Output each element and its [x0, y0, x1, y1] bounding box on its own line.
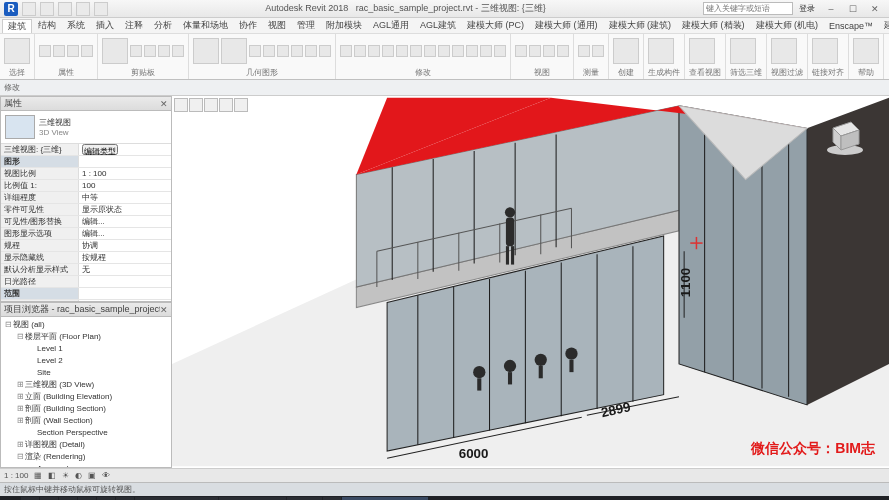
- tree-node[interactable]: Level 1: [3, 343, 169, 355]
- ribbon-tool[interactable]: [515, 45, 527, 57]
- ribbon-tool[interactable]: [853, 38, 879, 64]
- property-row[interactable]: 可见性/图形替换编辑...: [1, 216, 171, 228]
- ribbon-tool[interactable]: [543, 45, 555, 57]
- ribbon-tool[interactable]: [494, 45, 506, 57]
- property-row[interactable]: 裁剪视图: [1, 300, 171, 301]
- tree-node[interactable]: ⊞剖面 (Building Section): [3, 403, 169, 415]
- ribbon-tool[interactable]: [812, 38, 838, 64]
- ribbon-tool[interactable]: [424, 45, 436, 57]
- ribbon-tool[interactable]: [648, 38, 674, 64]
- ribbon-tab[interactable]: 建模大师 (通用): [530, 19, 603, 32]
- property-row[interactable]: 视图比例1 : 100: [1, 168, 171, 180]
- ribbon-tool[interactable]: [438, 45, 450, 57]
- help-search-input[interactable]: [703, 2, 793, 15]
- ribbon-tool[interactable]: [277, 45, 289, 57]
- ribbon-tool[interactable]: [368, 45, 380, 57]
- ribbon-tab[interactable]: 建模大师 (机电): [751, 19, 824, 32]
- ribbon-tool[interactable]: [102, 38, 128, 64]
- visual-style-icon[interactable]: ◧: [48, 471, 56, 480]
- ribbon-tool[interactable]: [81, 45, 93, 57]
- tree-node[interactable]: Approach: [3, 463, 169, 468]
- ribbon-tool[interactable]: [466, 45, 478, 57]
- ribbon-tool[interactable]: [410, 45, 422, 57]
- ribbon-tool[interactable]: [172, 45, 184, 57]
- project-browser-tree[interactable]: ⊟视图 (all)⊟楼层平面 (Floor Plan)Level 1Level …: [1, 317, 171, 468]
- ribbon-tab[interactable]: 结构: [33, 19, 61, 32]
- qat-undo[interactable]: [58, 2, 72, 16]
- property-row[interactable]: 详细程度中等: [1, 192, 171, 204]
- vp-maximize-icon[interactable]: [219, 98, 233, 112]
- crop-icon[interactable]: ▣: [88, 471, 96, 480]
- tree-node[interactable]: ⊞立面 (Building Elevation): [3, 391, 169, 403]
- browser-close-icon[interactable]: ✕: [160, 305, 168, 315]
- model-view[interactable]: 6000 2899 1100: [172, 96, 889, 468]
- ribbon-tab[interactable]: 系统: [62, 19, 90, 32]
- property-row[interactable]: 日光路径: [1, 276, 171, 288]
- ribbon-tool[interactable]: [340, 45, 352, 57]
- ribbon-tool[interactable]: [263, 45, 275, 57]
- shadows-icon[interactable]: ◐: [75, 471, 82, 480]
- vp-restore-icon[interactable]: [189, 98, 203, 112]
- ribbon-tool[interactable]: [730, 38, 756, 64]
- edit-type-button[interactable]: 编辑类型: [82, 144, 118, 155]
- ribbon-tab[interactable]: 协作: [234, 19, 262, 32]
- ribbon-tool[interactable]: [221, 38, 247, 64]
- ribbon-tool[interactable]: [613, 38, 639, 64]
- viewport-3d[interactable]: 6000 2899 1100 微信公众号：BIM志: [172, 96, 889, 468]
- tree-node[interactable]: ⊟楼层平面 (Floor Plan): [3, 331, 169, 343]
- ribbon-tool[interactable]: [480, 45, 492, 57]
- ribbon-tool[interactable]: [193, 38, 219, 64]
- user-signin[interactable]: 登录: [795, 3, 819, 14]
- ribbon-tool[interactable]: [354, 45, 366, 57]
- ribbon-tab[interactable]: 管理: [292, 19, 320, 32]
- property-row[interactable]: 显示隐藏线按规程: [1, 252, 171, 264]
- qat-open[interactable]: [22, 2, 36, 16]
- ribbon-tool[interactable]: [529, 45, 541, 57]
- property-row[interactable]: 范围: [1, 288, 171, 300]
- ribbon-tool[interactable]: [771, 38, 797, 64]
- view-cube[interactable]: [823, 114, 867, 158]
- property-row[interactable]: 图形: [1, 156, 171, 168]
- properties-close-icon[interactable]: ✕: [160, 99, 168, 109]
- sun-path-icon[interactable]: ☀: [62, 471, 69, 480]
- ribbon-tab[interactable]: 建筑: [2, 19, 32, 33]
- ribbon-tool[interactable]: [396, 45, 408, 57]
- ribbon-tab[interactable]: Enscape™: [824, 21, 878, 31]
- ribbon-tab[interactable]: 视图: [263, 19, 291, 32]
- ribbon-tool[interactable]: [53, 45, 65, 57]
- ribbon-tab[interactable]: 建模大师 (精装): [677, 19, 750, 32]
- ribbon-tab[interactable]: 分析: [149, 19, 177, 32]
- tree-node[interactable]: ⊟视图 (all): [3, 319, 169, 331]
- ribbon-tool[interactable]: [158, 45, 170, 57]
- qat-print[interactable]: [94, 2, 108, 16]
- tree-node[interactable]: ⊟渲染 (Rendering): [3, 451, 169, 463]
- vp-home-icon[interactable]: [174, 98, 188, 112]
- property-row[interactable]: 默认分析显示样式无: [1, 264, 171, 276]
- ribbon-tool[interactable]: [305, 45, 317, 57]
- ribbon-tab[interactable]: 体量和场地: [178, 19, 233, 32]
- qat-save[interactable]: [40, 2, 54, 16]
- ribbon-tab[interactable]: 建模大师 (建筑): [604, 19, 677, 32]
- ribbon-tab[interactable]: 建模大师 (PC): [462, 19, 529, 32]
- app-logo[interactable]: R: [4, 2, 18, 16]
- ribbon-tool[interactable]: [557, 45, 569, 57]
- ribbon-tool[interactable]: [291, 45, 303, 57]
- vp-tile-icon[interactable]: [234, 98, 248, 112]
- ribbon-tool[interactable]: [592, 45, 604, 57]
- ribbon-tool[interactable]: [689, 38, 715, 64]
- instance-selector[interactable]: 三维视图: {三维}: [1, 144, 79, 155]
- ribbon-tool[interactable]: [249, 45, 261, 57]
- close-button[interactable]: ✕: [865, 2, 885, 16]
- property-row[interactable]: 零件可见性显示原状态: [1, 204, 171, 216]
- property-row[interactable]: 图形显示选项编辑...: [1, 228, 171, 240]
- property-row[interactable]: 规程协调: [1, 240, 171, 252]
- ribbon-tool[interactable]: [452, 45, 464, 57]
- ribbon-tool[interactable]: [130, 45, 142, 57]
- type-thumbnail[interactable]: [5, 115, 35, 139]
- ribbon-tool[interactable]: [382, 45, 394, 57]
- tree-node[interactable]: Section Perspective: [3, 427, 169, 439]
- qat-redo[interactable]: [76, 2, 90, 16]
- vp-close-icon[interactable]: [204, 98, 218, 112]
- property-row[interactable]: 比例值 1:100: [1, 180, 171, 192]
- ribbon-tab[interactable]: 附加模块: [321, 19, 367, 32]
